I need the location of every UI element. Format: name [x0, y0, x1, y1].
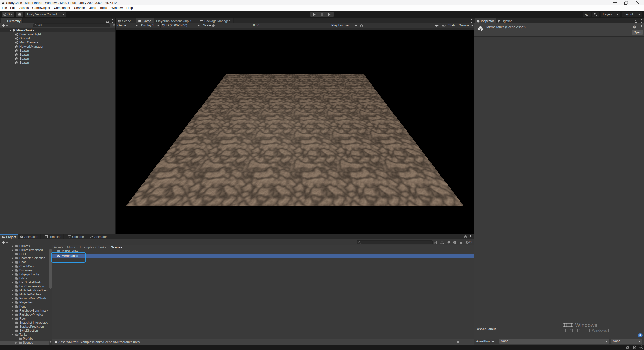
svg-text:?: ? — [634, 26, 636, 28]
svg-text:9: 9 — [586, 13, 588, 16]
